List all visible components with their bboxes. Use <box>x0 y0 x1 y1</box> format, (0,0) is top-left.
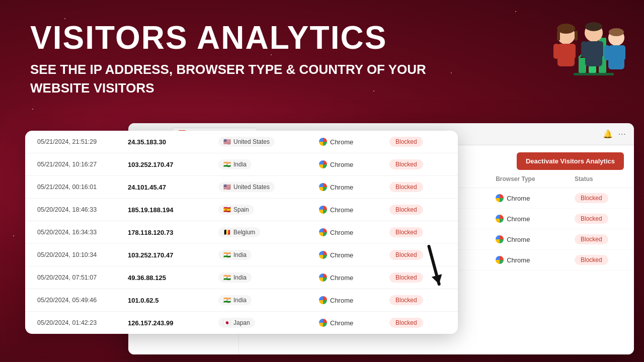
svg-point-15 <box>585 22 602 31</box>
country-badge: 🇮🇳 India <box>218 295 252 305</box>
country-badge: 🇺🇸 United States <box>218 137 275 147</box>
header-browser: Browser Type <box>496 175 575 183</box>
svg-rect-6 <box>553 44 559 59</box>
cell-browser: Chrome <box>319 160 389 168</box>
cell-browser: Chrome <box>319 138 389 146</box>
browser-name: Chrome <box>507 195 530 202</box>
chrome-icon <box>496 256 504 264</box>
cell-browser: Chrome <box>496 194 575 202</box>
cell-country: 🇧🇪 Belgium <box>218 227 319 237</box>
browser-name: Chrome <box>330 206 353 214</box>
cell-ip: 185.19.188.194 <box>128 206 218 214</box>
browser-name: Chrome <box>507 215 530 223</box>
svg-rect-14 <box>597 41 603 57</box>
browser-name: Chrome <box>330 184 353 191</box>
table-row: 05/20/2024, 10:10:34 103.252.170.47 🇮🇳 I… <box>25 244 458 266</box>
status-badge: Blocked <box>575 234 608 244</box>
country-name: India <box>233 251 247 258</box>
sub-title: SEE THE IP ADDRESS, BROWSER TYPE & COUNT… <box>30 60 483 97</box>
cell-date: 05/21/2024, 10:16:27 <box>37 161 128 168</box>
cell-country: 🇪🇸 Spain <box>218 205 319 215</box>
notification-icon[interactable]: 🔔 <box>603 129 613 139</box>
country-badge: 🇧🇪 Belgium <box>218 227 260 237</box>
chrome-icon <box>496 235 504 243</box>
header-status: Status <box>575 175 624 183</box>
table-row: 05/21/2024, 21:51:29 24.35.183.30 🇺🇸 Uni… <box>25 131 458 153</box>
cell-browser: Chrome <box>319 228 389 236</box>
chrome-icon <box>496 194 504 202</box>
deactivate-button[interactable]: Deactivate Visitors Analytics <box>517 152 624 170</box>
svg-rect-13 <box>581 41 587 57</box>
browser-name: Chrome <box>330 251 353 259</box>
chrome-icon <box>319 206 327 214</box>
country-badge: 🇮🇳 India <box>218 159 252 169</box>
flag-icon: 🇪🇸 <box>223 206 231 213</box>
browser-name: Chrome <box>330 274 353 282</box>
chrome-icon <box>319 160 327 168</box>
flag-icon: 🇺🇸 <box>223 138 231 145</box>
status-badge: Blocked <box>389 182 423 192</box>
browser-name: Chrome <box>330 138 353 146</box>
table-row: 05/20/2024, 18:46:33 185.19.188.194 🇪🇸 S… <box>25 199 458 221</box>
cell-status: Blocked <box>389 159 446 169</box>
country-badge: 🇮🇳 India <box>218 273 252 283</box>
cell-country: 🇺🇸 United States <box>218 137 319 147</box>
cell-status: Blocked <box>389 318 446 328</box>
country-name: India <box>233 161 247 168</box>
browser-name: Chrome <box>330 161 353 168</box>
cell-ip: 24.101.45.47 <box>128 184 218 191</box>
cell-browser: Chrome <box>496 235 575 243</box>
chrome-icon <box>496 215 504 223</box>
browser-name: Chrome <box>330 297 353 304</box>
flag-icon: 🇮🇳 <box>223 251 231 258</box>
chrome-icon <box>319 319 327 327</box>
browser-name: Chrome <box>330 229 353 236</box>
cell-browser: Chrome <box>496 215 575 223</box>
cell-status: Blocked <box>575 234 624 244</box>
topbar-actions: 🔔 ⋯ <box>603 129 626 139</box>
svg-rect-7 <box>570 44 576 59</box>
cell-status: Blocked <box>575 255 624 265</box>
main-title: VISITORS ANALYTICS <box>30 20 614 55</box>
country-badge: 🇯🇵 Japan <box>218 318 255 328</box>
cell-date: 05/20/2024, 05:49:46 <box>37 297 128 304</box>
svg-rect-18 <box>604 45 610 60</box>
svg-rect-19 <box>620 45 625 60</box>
cell-country: 🇮🇳 India <box>218 159 319 169</box>
more-icon[interactable]: ⋯ <box>618 129 626 139</box>
status-badge: Blocked <box>389 295 423 305</box>
country-badge: 🇪🇸 Spain <box>218 205 254 215</box>
cell-ip: 49.36.88.125 <box>128 274 218 282</box>
svg-point-20 <box>609 28 624 36</box>
status-badge: Blocked <box>389 318 423 328</box>
table-row: 05/20/2024, 07:51:07 49.36.88.125 🇮🇳 Ind… <box>25 266 458 289</box>
chrome-icon <box>319 296 327 304</box>
cell-date: 05/20/2024, 01:42:23 <box>37 319 128 326</box>
cell-ip: 178.118.120.73 <box>128 229 218 236</box>
table-row: 05/20/2024, 16:34:33 178.118.120.73 🇧🇪 B… <box>25 221 458 244</box>
status-badge: Blocked <box>575 193 608 203</box>
flag-icon: 🇮🇳 <box>223 274 231 281</box>
cell-country: 🇯🇵 Japan <box>218 318 319 328</box>
table-row: 05/20/2024, 01:42:23 126.157.243.99 🇯🇵 J… <box>25 312 458 334</box>
cell-date: 05/21/2024, 00:16:01 <box>37 184 128 191</box>
cell-status: Blocked <box>389 227 446 237</box>
cell-date: 05/20/2024, 07:51:07 <box>37 274 128 281</box>
cell-status: Blocked <box>389 205 446 215</box>
country-name: India <box>233 297 247 304</box>
status-badge: Blocked <box>575 214 608 224</box>
cell-status: Blocked <box>575 193 624 203</box>
svg-rect-9 <box>557 31 560 41</box>
cell-browser: Chrome <box>319 251 389 259</box>
cell-date: 05/20/2024, 18:46:33 <box>37 206 128 213</box>
front-table: 05/21/2024, 21:51:29 24.35.183.30 🇺🇸 Uni… <box>25 131 458 334</box>
cell-status: Blocked <box>575 214 624 224</box>
flag-icon: 🇯🇵 <box>223 319 231 326</box>
browser-name: Chrome <box>507 256 530 264</box>
country-name: India <box>233 274 247 281</box>
cell-country: 🇺🇸 United States <box>218 182 319 192</box>
table-row: 05/21/2024, 10:16:27 103.252.170.47 🇮🇳 I… <box>25 153 458 176</box>
chrome-icon <box>319 183 327 191</box>
cell-browser: Chrome <box>319 183 389 191</box>
chrome-icon <box>319 251 327 259</box>
